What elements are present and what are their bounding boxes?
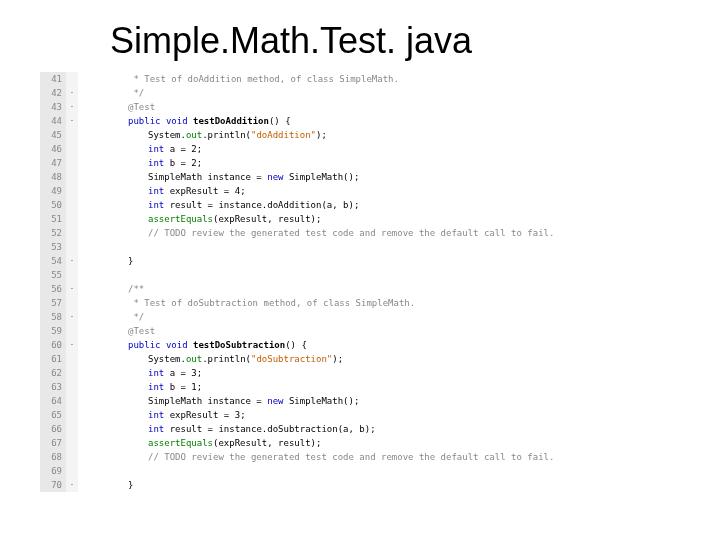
line-number: 59: [44, 324, 62, 338]
indent: [78, 100, 128, 114]
indent: [78, 324, 128, 338]
code-line[interactable]: * Test of doAddition method, of class Si…: [78, 72, 680, 86]
code-line[interactable]: assertEquals(expResult, result);: [78, 212, 680, 226]
indent: [78, 310, 128, 324]
line-number: 64: [44, 394, 62, 408]
line-number: 70: [44, 478, 62, 492]
code-line[interactable]: int b = 1;: [78, 380, 680, 394]
fold-toggle: [66, 142, 78, 156]
indent: [78, 478, 128, 492]
code-line[interactable]: [78, 268, 680, 282]
code-line[interactable]: SimpleMath instance = new SimpleMath();: [78, 394, 680, 408]
code-line[interactable]: System.out.println("doAddition");: [78, 128, 680, 142]
fold-toggle: [66, 184, 78, 198]
code-line[interactable]: */: [78, 310, 680, 324]
code-line[interactable]: // TODO review the generated test code a…: [78, 450, 680, 464]
token-kw: int: [148, 422, 170, 436]
line-number: 67: [44, 436, 62, 450]
token-kw: public void: [128, 114, 193, 128]
indent: [78, 86, 128, 100]
indent: [78, 128, 148, 142]
code-line[interactable]: int b = 2;: [78, 156, 680, 170]
indent: [78, 366, 148, 380]
code-line[interactable]: [78, 464, 680, 478]
fold-toggle: [66, 198, 78, 212]
token-plain: SimpleMath instance =: [148, 394, 267, 408]
fold-toggle[interactable]: -: [66, 338, 78, 352]
fold-toggle: [66, 408, 78, 422]
token-mth: testDoAddition: [193, 114, 269, 128]
fold-toggle[interactable]: -: [66, 86, 78, 100]
indent: [78, 464, 148, 478]
line-number: 53: [44, 240, 62, 254]
code-line[interactable]: SimpleMath instance = new SimpleMath();: [78, 170, 680, 184]
code-line[interactable]: int a = 3;: [78, 366, 680, 380]
fold-toggle: [66, 268, 78, 282]
fold-toggle[interactable]: -: [66, 310, 78, 324]
line-number: 45: [44, 128, 62, 142]
code-line[interactable]: int result = instance.doAddition(a, b);: [78, 198, 680, 212]
fold-toggle: [66, 296, 78, 310]
code-line[interactable]: assertEquals(expResult, result);: [78, 436, 680, 450]
line-number: 66: [44, 422, 62, 436]
code-line[interactable]: public void testDoAddition() {: [78, 114, 680, 128]
fold-toggle: [66, 128, 78, 142]
token-plain: );: [316, 128, 327, 142]
token-plain: a = 3;: [170, 366, 203, 380]
token-plain: SimpleMath();: [289, 170, 359, 184]
token-kw: int: [148, 380, 170, 394]
token-kw: int: [148, 184, 170, 198]
line-number: 41: [44, 72, 62, 86]
indent: [78, 212, 148, 226]
code-line[interactable]: @Test: [78, 100, 680, 114]
indent: [78, 296, 128, 310]
code-line[interactable]: int expResult = 4;: [78, 184, 680, 198]
token-plain: System.: [148, 128, 186, 142]
code-line[interactable]: */: [78, 86, 680, 100]
fold-gutter[interactable]: --------: [66, 72, 78, 492]
code-editor[interactable]: 4142434445464748495051525354555657585960…: [40, 72, 680, 492]
line-number: 68: [44, 450, 62, 464]
code-line[interactable]: * Test of doSubtraction method, of class…: [78, 296, 680, 310]
fold-toggle[interactable]: -: [66, 478, 78, 492]
code-line[interactable]: }: [78, 478, 680, 492]
line-number: 52: [44, 226, 62, 240]
token-kw: int: [148, 408, 170, 422]
code-line[interactable]: // TODO review the generated test code a…: [78, 226, 680, 240]
indent: [78, 268, 128, 282]
code-area[interactable]: * Test of doAddition method, of class Si…: [78, 72, 680, 492]
fold-toggle: [66, 464, 78, 478]
code-line[interactable]: System.out.println("doSubtraction");: [78, 352, 680, 366]
code-line[interactable]: int expResult = 3;: [78, 408, 680, 422]
code-line[interactable]: @Test: [78, 324, 680, 338]
code-line[interactable]: [78, 240, 680, 254]
code-line[interactable]: int a = 2;: [78, 142, 680, 156]
fold-toggle[interactable]: -: [66, 114, 78, 128]
fold-toggle: [66, 380, 78, 394]
code-line[interactable]: }: [78, 254, 680, 268]
fold-toggle[interactable]: -: [66, 282, 78, 296]
token-plain: (expResult, result);: [213, 436, 321, 450]
token-fld: assertEquals: [148, 436, 213, 450]
line-number: 63: [44, 380, 62, 394]
token-kw: int: [148, 156, 170, 170]
token-plain: }: [128, 478, 133, 492]
fold-toggle[interactable]: -: [66, 100, 78, 114]
fold-toggle: [66, 324, 78, 338]
code-line[interactable]: public void testDoSubtraction() {: [78, 338, 680, 352]
token-plain: a = 2;: [170, 142, 203, 156]
fold-toggle[interactable]: -: [66, 254, 78, 268]
token-plain: SimpleMath();: [289, 394, 359, 408]
code-line[interactable]: int result = instance.doSubtraction(a, b…: [78, 422, 680, 436]
fold-toggle: [66, 450, 78, 464]
indent: [78, 394, 148, 408]
token-plain: () {: [269, 114, 291, 128]
page-title: Simple.Math.Test. java: [110, 20, 680, 62]
line-number: 60: [44, 338, 62, 352]
line-number: 56: [44, 282, 62, 296]
indent: [78, 408, 148, 422]
token-fld: assertEquals: [148, 212, 213, 226]
indent: [78, 352, 148, 366]
fold-toggle: [66, 212, 78, 226]
code-line[interactable]: /**: [78, 282, 680, 296]
